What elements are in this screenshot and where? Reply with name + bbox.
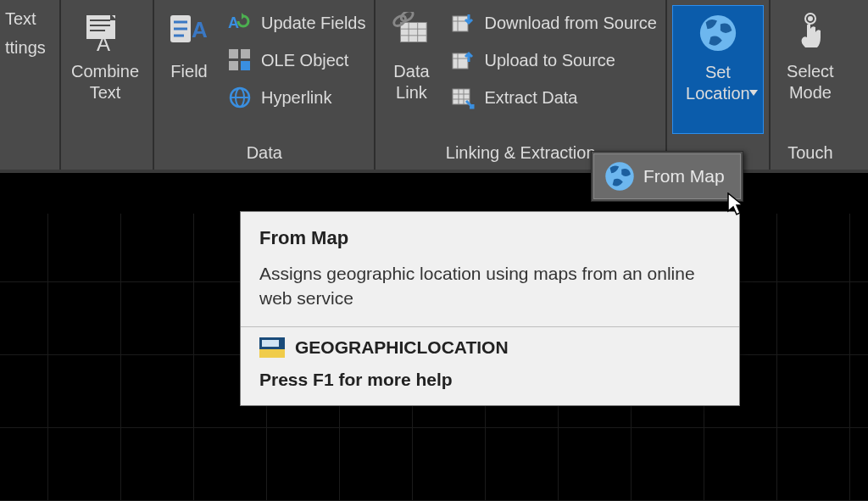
tooltip-description: Assigns geographic location using maps f… (259, 261, 721, 311)
panel-location: SetLocation (667, 0, 771, 170)
data-link-label-1: Data (393, 62, 429, 81)
download-source-button[interactable]: Download from Source (447, 8, 659, 37)
download-label: Download from Source (484, 14, 656, 33)
tooltip: From Map Assigns geographic location usi… (240, 211, 740, 406)
upload-icon (450, 47, 476, 73)
svg-point-38 (808, 16, 813, 21)
hyperlink-button[interactable]: Hyperlink (224, 83, 369, 112)
field-icon: A (169, 12, 209, 53)
tooltip-help: Press F1 for more help (259, 370, 721, 390)
combine-text-label-1: Combine (71, 62, 139, 81)
svg-text:A: A (97, 32, 110, 53)
svg-text:A: A (192, 17, 208, 42)
svg-rect-13 (229, 61, 238, 70)
svg-rect-11 (229, 49, 238, 58)
panel-title-data: Data (159, 138, 369, 170)
ribbon: Text ttings A CombineText (0, 0, 868, 173)
touch-hand-icon (790, 12, 831, 53)
upload-label: Upload to Source (484, 51, 615, 70)
select-mode-label-1: Select (787, 62, 834, 81)
svg-rect-25 (453, 16, 468, 31)
svg-point-39 (605, 162, 633, 190)
panel-data: A Field A Update Fields (154, 0, 376, 170)
svg-rect-12 (241, 49, 250, 58)
tooltip-command: GEOGRAPHICLOCATION (295, 337, 509, 358)
from-map-menu-item[interactable]: From Map (593, 153, 741, 199)
combine-text-label-2: Text (90, 83, 121, 102)
tooltip-title: From Map (259, 227, 721, 249)
globe-icon (698, 13, 738, 53)
panel-title-text-blank (63, 138, 147, 170)
svg-rect-14 (241, 61, 250, 70)
update-fields-icon: A (227, 10, 253, 36)
combine-text-button[interactable]: A CombineText (63, 5, 147, 134)
ole-object-icon (227, 47, 253, 73)
update-fields-button[interactable]: A Update Fields (224, 8, 369, 37)
set-location-button[interactable]: SetLocation (672, 5, 764, 134)
update-fields-label: Update Fields (261, 14, 365, 33)
upload-source-button[interactable]: Upload to Source (447, 46, 659, 75)
extract-data-button[interactable]: Extract Data (447, 83, 659, 112)
svg-point-36 (700, 15, 736, 51)
set-location-label-2: Location (686, 84, 750, 103)
svg-point-24 (400, 12, 415, 23)
set-location-dropdown: From Map (591, 151, 743, 202)
data-link-button[interactable]: DataLink (381, 5, 442, 134)
ole-object-label: OLE Object (261, 51, 348, 70)
panel-touch: SelectMode Touch (771, 0, 850, 170)
extract-data-label: Extract Data (484, 88, 577, 108)
panel-title-touch: Touch (776, 138, 845, 170)
fragment-text-button[interactable]: Text (5, 7, 56, 31)
panel-text-end: A CombineText (61, 0, 154, 170)
data-link-label-2: Link (396, 83, 427, 102)
fragment-settings-button[interactable]: ttings (5, 36, 56, 59)
hyperlink-icon (227, 85, 253, 110)
field-button[interactable]: A Field (159, 5, 219, 134)
hyperlink-label: Hyperlink (261, 88, 331, 108)
select-mode-button[interactable]: SelectMode (776, 5, 845, 134)
panel-fragment-left: Text ttings (0, 0, 61, 170)
select-mode-label-2: Mode (789, 83, 832, 102)
combine-text-icon: A (85, 12, 125, 53)
extract-data-icon (450, 85, 476, 110)
svg-rect-41 (259, 349, 285, 358)
panel-linking: DataLink Download from Source (376, 0, 666, 170)
from-map-label: From Map (643, 166, 725, 186)
panel-title-empty (5, 138, 56, 170)
data-link-icon (391, 12, 431, 53)
svg-rect-42 (262, 340, 279, 347)
set-location-label-1: Set (705, 63, 731, 81)
download-icon (450, 10, 476, 36)
svg-rect-18 (401, 22, 427, 42)
ole-object-button[interactable]: OLE Object (224, 46, 369, 75)
command-icon (259, 337, 285, 358)
chevron-down-icon (749, 90, 758, 96)
field-label: Field (170, 61, 207, 82)
globe-icon-small (603, 159, 637, 193)
